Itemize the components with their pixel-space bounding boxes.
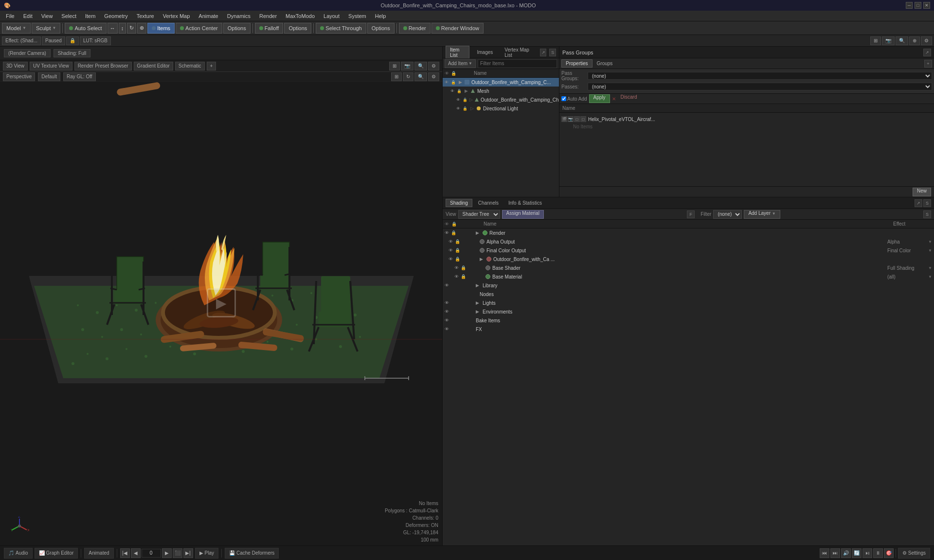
- vp2-settings-icon[interactable]: ⚙: [428, 72, 439, 81]
- transport-icon3[interactable]: 🔊: [841, 548, 851, 558]
- transport-icon2[interactable]: ⏭: [830, 548, 840, 558]
- pb-prev-btn[interactable]: ◀: [131, 548, 141, 558]
- filter-dropdown[interactable]: (none): [713, 210, 742, 219]
- menu-file[interactable]: File: [2, 12, 18, 20]
- paused-btn[interactable]: Paused: [42, 36, 65, 45]
- transport-icon1[interactable]: ⏮: [820, 548, 829, 558]
- vp-settings-icon[interactable]: ⚙: [428, 62, 439, 70]
- tab-item-list[interactable]: Item List: [446, 46, 469, 59]
- menu-render[interactable]: Render: [255, 12, 281, 20]
- menu-select[interactable]: Select: [57, 12, 80, 20]
- menu-help[interactable]: Help: [371, 12, 390, 20]
- items-btn[interactable]: Items: [147, 23, 175, 34]
- shader-tree-select[interactable]: Shader Tree: [458, 210, 500, 219]
- panel-close-btn[interactable]: S: [549, 49, 556, 56]
- shading-f-btn[interactable]: F: [687, 210, 695, 218]
- menu-item[interactable]: Item: [81, 12, 99, 20]
- animated-btn[interactable]: Animated: [84, 548, 113, 559]
- expand-icon[interactable]: ⊕: [909, 36, 920, 45]
- graph-editor-btn[interactable]: 📈 Graph Editor: [35, 548, 78, 559]
- passes-select[interactable]: (none): [588, 83, 932, 90]
- menu-geometry[interactable]: Geometry: [100, 12, 131, 20]
- auto-select-btn[interactable]: Auto Select: [65, 23, 106, 34]
- sh-row-alpha[interactable]: 👁 🔒 Alpha Output Alpha ▼: [443, 237, 934, 246]
- sh-row-base-material[interactable]: 👁 🔒 Base Material (all) ▼: [443, 272, 934, 281]
- options3-btn[interactable]: Options: [367, 23, 395, 34]
- render-window-btn[interactable]: Render Window: [431, 23, 484, 34]
- maximize-btn[interactable]: □: [915, 2, 921, 9]
- shading-expand-btn[interactable]: ↗: [915, 199, 922, 207]
- filter-items-input[interactable]: [478, 59, 557, 68]
- lut-btn[interactable]: LUT: sRGB: [80, 36, 111, 45]
- shading-s-btn[interactable]: S: [923, 210, 931, 218]
- new-group-btn[interactable]: New: [913, 188, 931, 196]
- sh-row-lights[interactable]: 👁 ▶ Lights: [443, 298, 934, 307]
- menu-maxtomode[interactable]: MaxToModo: [282, 12, 319, 20]
- sh-row-bake[interactable]: 👁 Bake Items: [443, 316, 934, 325]
- menu-animate[interactable]: Animate: [195, 12, 222, 20]
- lock-btn[interactable]: 🔒: [66, 36, 79, 45]
- viewport3d[interactable]: 3D View UV Texture View Render Preset Br…: [0, 60, 442, 545]
- play-label-btn[interactable]: ▶ Play: [195, 548, 218, 559]
- sh-row-final-color[interactable]: 👁 🔒 Final Color Output Final Color ▼: [443, 246, 934, 255]
- transform-btn1[interactable]: ↔: [108, 23, 118, 34]
- falloff-btn[interactable]: Falloff: [255, 23, 284, 34]
- viewport-uv-tab[interactable]: UV Texture View: [30, 62, 72, 70]
- transport-icon5[interactable]: ⏯: [862, 548, 872, 558]
- grid-icon[interactable]: ⊞: [870, 36, 881, 45]
- auto-add-checkbox[interactable]: [561, 96, 566, 101]
- sh-row-render[interactable]: 👁 🔒 ▶ Render: [443, 228, 934, 237]
- sh-row-environments[interactable]: 👁 ▶ Environments: [443, 307, 934, 316]
- transport-icon4[interactable]: 🔄: [852, 548, 862, 558]
- viewport-add-tab[interactable]: +: [207, 62, 216, 70]
- add-item-btn[interactable]: Add Item ▼: [445, 59, 476, 68]
- tab-shading[interactable]: Shading: [446, 199, 472, 207]
- tab-images[interactable]: Images: [472, 48, 497, 56]
- viewport-3dview-tab[interactable]: 3D View: [3, 62, 28, 70]
- sh-row-bonfire[interactable]: 👁 🔒 ▶ Outdoor_Bonfire_with_Ca ...: [443, 255, 934, 263]
- viewport-gradient-tab[interactable]: Gradient Editor: [134, 62, 173, 70]
- panel-expand-btn[interactable]: ↗: [540, 49, 547, 56]
- sh-row-nodes[interactable]: Nodes: [443, 290, 934, 298]
- render-btn[interactable]: Render: [399, 23, 431, 34]
- tab-properties[interactable]: Properties: [561, 59, 593, 68]
- settings-btn[interactable]: ⚙ Settings: [898, 548, 930, 559]
- select-through-btn[interactable]: Select Through: [316, 23, 366, 34]
- tab-info-stats[interactable]: Info & Statistics: [504, 199, 546, 207]
- assign-material-btn[interactable]: Assign Material: [502, 210, 544, 219]
- viewport-render-preset-tab[interactable]: Render Preset Browser: [74, 62, 132, 70]
- render-camera-btn[interactable]: (Render Camera): [4, 49, 51, 57]
- pb-time-input[interactable]: [142, 549, 161, 558]
- pg-expand-btn[interactable]: ↗: [923, 49, 931, 56]
- item-list-content[interactable]: 👁 🔒 ▶ Outdoor_Bonfire_with_Camping_C... …: [443, 78, 559, 197]
- minimize-btn[interactable]: ─: [906, 2, 913, 9]
- default-btn[interactable]: Default: [38, 72, 60, 81]
- transform-btn4[interactable]: ⊕: [137, 23, 146, 34]
- vp-camera2-icon[interactable]: 📷: [401, 62, 413, 70]
- menu-texture[interactable]: Texture: [133, 12, 158, 20]
- settings-icon[interactable]: ⚙: [921, 36, 932, 45]
- sh-row-library[interactable]: 👁 ▶ Library: [443, 281, 934, 290]
- transform-btn2[interactable]: ↕: [119, 23, 126, 34]
- audio-btn[interactable]: 🎵 Audio: [4, 548, 33, 559]
- add-layer-btn[interactable]: Add Layer ▼: [744, 210, 780, 219]
- options2-btn[interactable]: Options: [284, 23, 311, 34]
- options1-btn[interactable]: Options: [223, 23, 251, 34]
- transport-icon6[interactable]: ⏸: [873, 548, 883, 558]
- menu-dynamics[interactable]: Dynamics: [223, 12, 254, 20]
- perspective-btn[interactable]: Perspective: [3, 72, 35, 81]
- tab-channels[interactable]: Channels: [474, 199, 503, 207]
- cache-deformers-btn[interactable]: 💾 Cache Deformers: [225, 548, 279, 559]
- tree-item-1[interactable]: 👁 🔒 ▶ Mesh: [443, 87, 559, 95]
- menu-vertex-map[interactable]: Vertex Map: [159, 12, 194, 20]
- vp-search2-icon[interactable]: 🔍: [414, 62, 427, 70]
- search-icon[interactable]: 🔍: [896, 36, 908, 45]
- transport-icon7[interactable]: 🎯: [884, 548, 894, 558]
- sh-row-fx[interactable]: 👁 FX: [443, 325, 934, 333]
- apply-btn[interactable]: Apply: [589, 94, 610, 103]
- vp-grid-icon[interactable]: ⊞: [389, 62, 400, 70]
- discard-btn[interactable]: Discard: [617, 94, 641, 103]
- transform-btn3[interactable]: ↻: [127, 23, 136, 34]
- pb-play-btn[interactable]: ▶: [162, 548, 172, 558]
- tree-item-3[interactable]: 👁 🔒 ▷ Directional Light: [443, 104, 559, 113]
